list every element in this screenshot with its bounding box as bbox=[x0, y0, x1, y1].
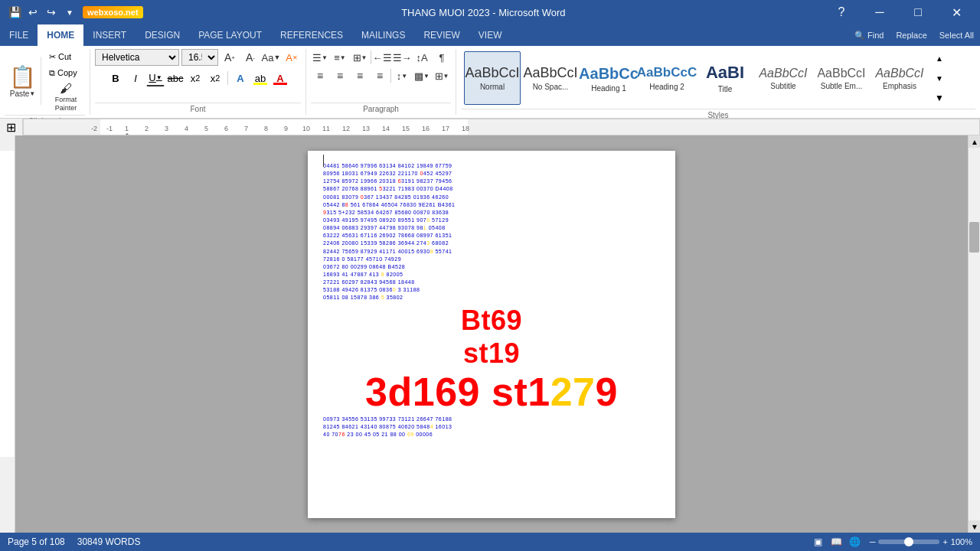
scroll-thumb[interactable] bbox=[969, 222, 979, 253]
clear-formatting-button[interactable]: A✕ bbox=[283, 49, 301, 66]
tab-design[interactable]: DESIGN bbox=[136, 24, 189, 46]
tab-file[interactable]: FILE bbox=[0, 24, 38, 46]
style-heading1[interactable]: AaBbCc Heading 1 bbox=[580, 51, 637, 105]
style-nospace[interactable]: AaBbCcI No Spac... bbox=[522, 51, 579, 105]
format-painter-button[interactable]: 🖌 Format Painter bbox=[47, 81, 85, 113]
multilevel-button[interactable]: ⊞▼ bbox=[351, 49, 369, 66]
paste-button[interactable]: 📋 Paste ▼ bbox=[5, 57, 41, 106]
select-ribbon-button[interactable]: Select All bbox=[933, 24, 980, 46]
align-right-button[interactable]: ≡ bbox=[351, 67, 369, 84]
tab-mailings[interactable]: MAILINGS bbox=[352, 24, 414, 46]
cut-button[interactable]: ✂ Cut bbox=[47, 49, 85, 64]
style-h2-label: Heading 2 bbox=[649, 83, 684, 91]
document-content[interactable]: 04481 58646 97996 63134 84102 19849 6775… bbox=[323, 162, 660, 439]
italic-button[interactable]: I bbox=[126, 70, 145, 86]
show-para-button[interactable]: ¶ bbox=[433, 49, 451, 66]
scroll-track[interactable] bbox=[969, 148, 980, 520]
ribbon: FILE HOME INSERT DESIGN PAGE LAYOUT REFE… bbox=[0, 24, 980, 119]
style-subtle-emphasis[interactable]: AaBbCcI Subtle Em... bbox=[813, 51, 870, 105]
font-size-select[interactable]: 16.5 bbox=[181, 49, 218, 66]
superscript-button[interactable]: x2 bbox=[206, 70, 224, 86]
grow-font-button[interactable]: A+ bbox=[220, 49, 239, 66]
decrease-indent-button[interactable]: ←☰ bbox=[373, 49, 391, 66]
sort-button[interactable]: ↕A bbox=[413, 49, 431, 66]
vertical-scrollbar[interactable]: ▲ ▼ bbox=[968, 135, 980, 533]
font-color-button[interactable]: A bbox=[271, 70, 289, 86]
styles-more-button[interactable]: ▼ bbox=[933, 89, 946, 107]
strikethrough-button[interactable]: abc bbox=[166, 70, 185, 86]
svg-text:14: 14 bbox=[382, 125, 390, 132]
ruler-svg: -2 -1 1 2 3 4 5 6 7 8 9 10 11 12 13 14 1… bbox=[24, 119, 979, 135]
style-emphasis-preview: AaBbCcI bbox=[875, 66, 923, 80]
copy-button[interactable]: ⧉ Copy bbox=[47, 65, 85, 80]
help-button[interactable]: ? bbox=[824, 0, 859, 24]
doc-line-4: 58867 20768 88961 53221 71983 00370 D440… bbox=[323, 185, 660, 193]
replace-ribbon-button[interactable]: Replace bbox=[890, 24, 933, 46]
shading-button[interactable]: ▩▼ bbox=[413, 67, 431, 84]
shrink-font-button[interactable]: A- bbox=[241, 49, 260, 66]
full-reading-button[interactable]: 📖 bbox=[828, 535, 845, 549]
bold-button[interactable]: B bbox=[106, 70, 125, 86]
change-case-button[interactable]: Aa▼ bbox=[262, 49, 280, 66]
style-emphasis[interactable]: AaBbCcI Emphasis bbox=[871, 51, 928, 105]
styles-scroll-up[interactable]: ▲ bbox=[933, 49, 946, 67]
align-left-button[interactable]: ≡ bbox=[311, 67, 329, 84]
bullets-button[interactable]: ☰▼ bbox=[311, 49, 329, 66]
zoom-in-button[interactable]: + bbox=[942, 537, 947, 546]
zoom-out-button[interactable]: ─ bbox=[870, 537, 876, 546]
tab-references[interactable]: REFERENCES bbox=[271, 24, 352, 46]
borders-button[interactable]: ⊞▼ bbox=[433, 67, 451, 84]
font-group-label: Font bbox=[95, 103, 301, 115]
style-h2-preview: AaBbCcC bbox=[637, 65, 697, 80]
view-buttons: ▣ 📖 🌐 bbox=[810, 535, 864, 549]
undo-button[interactable]: ↩ bbox=[24, 4, 41, 21]
subscript-button[interactable]: x2 bbox=[186, 70, 204, 86]
tab-review[interactable]: REVIEW bbox=[414, 24, 469, 46]
redo-button[interactable]: ↪ bbox=[43, 4, 60, 21]
document-scroll-area[interactable]: 04481 58646 97996 63134 84102 19849 6775… bbox=[15, 135, 968, 533]
justify-button[interactable]: ≡ bbox=[371, 67, 389, 84]
paragraph-group-label: Paragraph bbox=[311, 103, 451, 115]
status-bar-left: Page 5 of 108 30849 WORDS bbox=[8, 536, 140, 547]
clipboard-group: 📋 Paste ▼ ✂ Cut ⧉ Copy 🖌 Format Painter bbox=[0, 49, 90, 115]
ruler-area: ⊞ -2 -1 1 2 3 4 5 6 7 8 9 10 11 12 13 bbox=[0, 119, 980, 135]
restore-button[interactable]: □ bbox=[900, 0, 936, 24]
style-nospace-label: No Spac... bbox=[533, 83, 569, 91]
save-button[interactable]: 💾 bbox=[6, 4, 23, 21]
scroll-down-button[interactable]: ▼ bbox=[969, 520, 980, 533]
vertical-ruler bbox=[0, 135, 15, 533]
underline-button[interactable]: U▼ bbox=[146, 70, 165, 86]
find-ribbon-button[interactable]: 🔍 Find bbox=[848, 24, 890, 46]
tab-home[interactable]: HOME bbox=[38, 24, 83, 46]
tab-page-layout[interactable]: PAGE LAYOUT bbox=[189, 24, 271, 46]
styles-scroll-down[interactable]: ▼ bbox=[933, 69, 946, 87]
svg-text:13: 13 bbox=[362, 125, 370, 132]
style-title[interactable]: AaBI Title bbox=[697, 51, 753, 105]
increase-indent-button[interactable]: ☰→ bbox=[393, 49, 411, 66]
web-layout-button[interactable]: 🌐 bbox=[847, 535, 864, 549]
numbering-button[interactable]: ≡▼ bbox=[331, 49, 349, 66]
tab-insert[interactable]: INSERT bbox=[83, 24, 136, 46]
separator bbox=[371, 51, 371, 64]
style-heading2[interactable]: AaBbCcC Heading 2 bbox=[639, 51, 695, 105]
style-subtitle-label: Subtitle bbox=[770, 82, 795, 90]
align-center-button[interactable]: ≡ bbox=[331, 67, 349, 84]
font-name-select[interactable]: Helvetica bbox=[95, 49, 179, 66]
tab-view[interactable]: VIEW bbox=[469, 24, 511, 46]
minimize-button[interactable]: ─ bbox=[862, 0, 897, 24]
style-normal-label: Normal bbox=[480, 83, 505, 91]
line-spacing-button[interactable]: ↕▼ bbox=[393, 67, 411, 84]
text-effects-button[interactable]: A bbox=[231, 70, 250, 86]
clipboard-group-content: 📋 Paste ▼ ✂ Cut ⧉ Copy 🖌 Format Painter bbox=[5, 49, 85, 113]
svg-text:8: 8 bbox=[264, 125, 268, 132]
scroll-up-button[interactable]: ▲ bbox=[969, 135, 980, 148]
print-layout-button[interactable]: ▣ bbox=[810, 535, 827, 549]
style-subtitle[interactable]: AaBbCcI Subtitle bbox=[755, 51, 812, 105]
text-highlight-button[interactable]: ab bbox=[251, 70, 270, 86]
customize-qat-button[interactable]: ▼ bbox=[61, 4, 78, 21]
zoom-slider[interactable] bbox=[878, 540, 939, 544]
style-normal[interactable]: AaBbCcI Normal bbox=[464, 51, 521, 105]
paragraph-row2: ≡ ≡ ≡ ≡ ↕▼ ▩▼ ⊞▼ bbox=[311, 67, 451, 84]
close-button[interactable]: ✕ bbox=[939, 0, 974, 24]
zoom-slider-thumb[interactable] bbox=[904, 537, 913, 546]
